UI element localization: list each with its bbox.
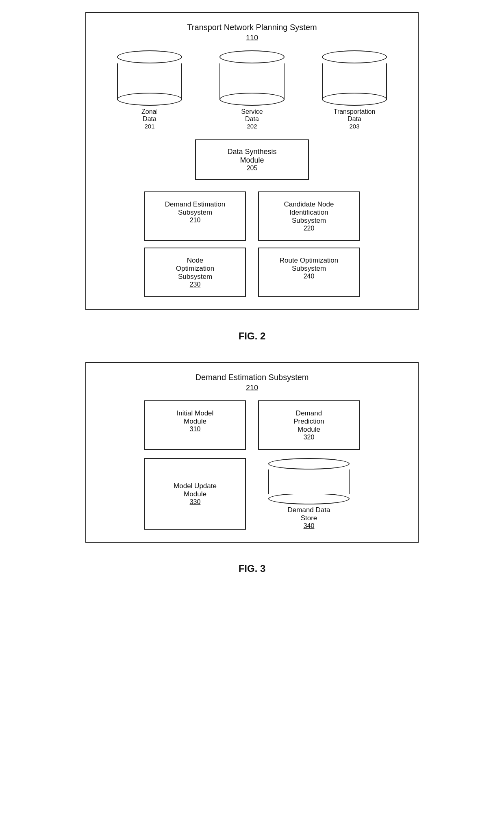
route-optimization-label: Route OptimizationSubsystem bbox=[265, 256, 352, 273]
cylinder-zonal-body bbox=[117, 63, 182, 100]
initial-model-ref: 310 bbox=[152, 426, 239, 433]
demand-data-store-label: Demand DataStore bbox=[288, 506, 330, 522]
data-synthesis-module: Data SynthesisModule 205 bbox=[195, 139, 309, 180]
cylinder-transportation-ref: 203 bbox=[349, 123, 359, 130]
cylinder-transportation: TransportationData 203 bbox=[322, 50, 387, 130]
candidate-node-ref: 220 bbox=[265, 225, 352, 232]
model-update-module: Model UpdateModule 330 bbox=[144, 458, 246, 530]
cylinder-zonal-bottom bbox=[117, 93, 182, 106]
demand-prediction-ref: 320 bbox=[265, 434, 352, 441]
cylinder-zonal-shape bbox=[117, 50, 182, 100]
drum-top bbox=[268, 458, 350, 469]
route-optimization-subsystem: Route OptimizationSubsystem 240 bbox=[258, 248, 360, 297]
cylinder-zonal-top bbox=[117, 50, 182, 63]
node-optimization-ref: 230 bbox=[152, 281, 239, 288]
cylinder-service-ref: 202 bbox=[247, 123, 257, 130]
initial-model-module: Initial ModelModule 310 bbox=[144, 400, 246, 450]
fig3-title: Demand Estimation Subsystem bbox=[98, 373, 406, 382]
demand-estimation-subsystem: Demand EstimationSubsystem 210 bbox=[144, 191, 246, 241]
cylinder-service-bottom bbox=[219, 93, 285, 106]
cylinder-service-top bbox=[219, 50, 285, 63]
cylinder-transportation-body bbox=[322, 63, 387, 100]
cylinder-service: ServiceData 202 bbox=[219, 50, 285, 130]
cylinder-transportation-label: TransportationData bbox=[334, 108, 376, 123]
fig2-row1: Demand EstimationSubsystem 210 Candidate… bbox=[98, 191, 406, 241]
diagram-container: Transport Network Planning System 110 Zo… bbox=[24, 12, 480, 578]
demand-prediction-label: DemandPredictionModule bbox=[265, 409, 352, 434]
node-optimization-subsystem: NodeOptimizationSubsystem 230 bbox=[144, 248, 246, 297]
fig2-label: FIG. 2 bbox=[239, 330, 266, 342]
demand-estimation-label: Demand EstimationSubsystem bbox=[152, 200, 239, 217]
candidate-node-subsystem: Candidate NodeIdentificationSubsystem 22… bbox=[258, 191, 360, 241]
drum-body bbox=[268, 469, 350, 494]
fig3-outer-box: Demand Estimation Subsystem 210 Initial … bbox=[85, 362, 419, 543]
fig3-row2: Model UpdateModule 330 Demand DataStore … bbox=[98, 458, 406, 530]
demand-prediction-module: DemandPredictionModule 320 bbox=[258, 400, 360, 450]
fig2-row2: NodeOptimizationSubsystem 230 Route Opti… bbox=[98, 248, 406, 297]
demand-data-store-ref: 340 bbox=[304, 522, 315, 530]
fig2-title: Transport Network Planning System bbox=[98, 23, 406, 32]
cylinder-service-body bbox=[219, 63, 285, 100]
cylinder-transportation-bottom bbox=[322, 93, 387, 106]
demand-data-store-container: Demand DataStore 340 bbox=[258, 458, 360, 530]
route-optimization-ref: 240 bbox=[265, 273, 352, 280]
cylinder-zonal: ZonalData 201 bbox=[117, 50, 182, 130]
fig3-row1: Initial ModelModule 310 DemandPrediction… bbox=[98, 400, 406, 450]
data-synthesis-ref: 205 bbox=[204, 165, 300, 172]
demand-estimation-ref: 210 bbox=[152, 217, 239, 224]
cylinder-service-label: ServiceData bbox=[241, 108, 263, 123]
model-update-label: Model UpdateModule bbox=[152, 482, 239, 498]
cylinder-zonal-ref: 201 bbox=[144, 123, 154, 130]
candidate-node-label: Candidate NodeIdentificationSubsystem bbox=[265, 200, 352, 225]
cylinder-transportation-shape bbox=[322, 50, 387, 100]
fig3-ref: 210 bbox=[98, 384, 406, 392]
drum-bottom bbox=[268, 493, 350, 504]
node-optimization-label: NodeOptimizationSubsystem bbox=[152, 256, 239, 281]
model-update-ref: 330 bbox=[152, 498, 239, 506]
initial-model-label: Initial ModelModule bbox=[152, 409, 239, 426]
data-synthesis-label: Data SynthesisModule bbox=[204, 148, 300, 165]
demand-data-store-drum bbox=[268, 458, 350, 504]
cylinder-transportation-top bbox=[322, 50, 387, 63]
cylinders-row: ZonalData 201 ServiceData 202 bbox=[98, 50, 406, 130]
fig2-ref: 110 bbox=[98, 34, 406, 42]
cylinder-zonal-label: ZonalData bbox=[141, 108, 158, 123]
fig3-label: FIG. 3 bbox=[239, 563, 266, 574]
cylinder-service-shape bbox=[219, 50, 285, 100]
fig2-outer-box: Transport Network Planning System 110 Zo… bbox=[85, 12, 419, 310]
